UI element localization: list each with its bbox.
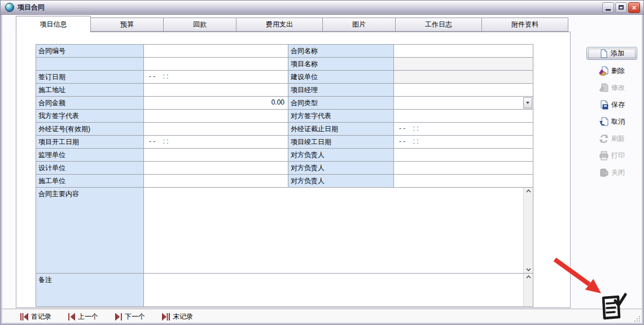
scroll-down-icon[interactable]	[526, 268, 531, 271]
label-foreign-permit-deadline: 外经证截止日期	[288, 123, 394, 136]
work-address-field[interactable]	[144, 84, 288, 97]
label-our-signer: 我方签字代表	[36, 110, 144, 123]
label-sign-date: 签订日期	[36, 71, 144, 84]
previous-record-button[interactable]: 上一个	[68, 312, 98, 322]
label-construction-company: 施工单位	[36, 175, 144, 188]
supervision-unit-field[interactable]	[144, 149, 288, 162]
contract-type-dropdown-button[interactable]	[523, 97, 532, 109]
label-other-principal-3: 对方负责人	[288, 175, 394, 188]
contract-amount-field[interactable]: 0.00	[144, 97, 288, 110]
action-panel: 添加 删除 修改 保存	[583, 47, 641, 179]
label-project-start-date: 项目开工日期	[36, 136, 144, 149]
first-record-icon	[20, 313, 28, 320]
construction-owner-field[interactable]	[394, 71, 533, 84]
contract-type-select[interactable]	[394, 97, 533, 110]
scroll-up-icon[interactable]	[526, 189, 531, 193]
scroll-up-icon[interactable]	[526, 275, 531, 279]
project-end-date-field[interactable]: - - : :	[394, 136, 533, 149]
app-window: 项目合同 × 项目信息 预算 回款 费用支出 图片 工作日志 附件资料 合同编号…	[0, 0, 644, 325]
minimize-icon	[606, 9, 611, 11]
close-form-button[interactable]: 关闭	[599, 166, 625, 179]
maximize-button[interactable]	[615, 2, 627, 13]
delete-button[interactable]: 删除	[599, 64, 625, 77]
contract-number-field[interactable]	[144, 45, 288, 58]
close-button[interactable]: ×	[628, 2, 640, 13]
last-record-button[interactable]: 末记录	[162, 312, 193, 322]
label-project-end-date: 项目竣工日期	[288, 136, 394, 149]
cancel-button[interactable]: 取消	[599, 115, 625, 128]
previous-record-icon	[68, 313, 75, 320]
label-contract-name: 合同名称	[288, 45, 394, 58]
sign-date-field[interactable]: - - : :	[144, 71, 288, 84]
refresh-icon	[599, 134, 609, 144]
resize-grip[interactable]	[634, 316, 640, 322]
window-frame-right	[642, 15, 643, 324]
label-project-name: 项目名称	[288, 58, 394, 71]
label-design-unit: 设计单位	[36, 162, 144, 175]
label-supervision-unit: 监理单位	[36, 149, 144, 162]
contract-name-field[interactable]	[394, 45, 533, 58]
label-work-address: 施工地址	[36, 84, 144, 97]
tab-attachments[interactable]: 附件资料	[482, 18, 568, 32]
design-unit-field[interactable]	[144, 162, 288, 175]
label-foreign-permit-no: 外经证号(有效期)	[36, 123, 144, 136]
other-principal-1-field[interactable]	[394, 149, 533, 162]
window-frame-bottom	[1, 323, 643, 324]
next-record-icon	[115, 313, 122, 320]
tab-pictures[interactable]: 图片	[323, 18, 396, 32]
print-button[interactable]: 打印	[599, 149, 625, 162]
project-start-date-field[interactable]: - - : :	[144, 136, 288, 149]
cancel-icon	[599, 117, 609, 127]
delete-icon	[599, 66, 609, 76]
main-content-textarea[interactable]	[144, 188, 533, 274]
annotation-arrow-icon	[549, 255, 606, 296]
refresh-button[interactable]: 刷新	[599, 132, 625, 145]
document-check-icon[interactable]	[598, 292, 627, 321]
minimize-button[interactable]	[602, 2, 614, 13]
foreign-permit-no-field[interactable]	[144, 123, 288, 136]
tab-strip: 项目信息 预算 回款 费用支出 图片 工作日志 附件资料	[16, 16, 568, 32]
other-signer-field[interactable]	[394, 110, 533, 123]
project-manager-field[interactable]	[394, 84, 533, 97]
label-construction-owner: 建设单位	[288, 71, 394, 84]
tab-budget[interactable]: 预算	[91, 18, 164, 32]
tab-work-log[interactable]: 工作日志	[396, 18, 482, 32]
contract-number-extra-field[interactable]	[144, 58, 288, 71]
main-content-scrollbar[interactable]	[523, 188, 533, 273]
other-principal-3-field[interactable]	[394, 175, 533, 188]
add-button[interactable]: 添加	[586, 47, 637, 60]
modify-icon	[599, 83, 609, 93]
tab-project-info[interactable]: 项目信息	[16, 16, 91, 32]
tab-payment[interactable]: 回款	[164, 18, 236, 32]
label-project-manager: 项目经理	[288, 84, 394, 97]
titlebar[interactable]: 项目合同 ×	[1, 1, 643, 15]
next-record-button[interactable]: 下一个	[115, 312, 145, 322]
label-other-principal-1: 对方负责人	[288, 149, 394, 162]
maximize-icon	[619, 5, 624, 10]
label-other-principal-2: 对方负责人	[288, 162, 394, 175]
close-form-icon	[599, 168, 609, 177]
other-principal-2-field[interactable]	[394, 162, 533, 175]
save-icon	[599, 100, 609, 110]
contract-form: 合同编号 合同名称 项目名称 签订日期 - - : : 建设单位 施工地址 项目…	[36, 44, 533, 307]
window-title: 项目合同	[17, 3, 45, 12]
last-record-icon	[162, 313, 170, 320]
label-blank	[36, 58, 144, 71]
construction-company-field[interactable]	[144, 175, 288, 188]
modify-button[interactable]: 修改	[599, 81, 625, 94]
remarks-scrollbar[interactable]	[523, 274, 533, 306]
add-document-icon	[599, 49, 608, 58]
chevron-down-icon	[526, 102, 529, 104]
foreign-permit-deadline-field[interactable]: - - : :	[394, 123, 533, 136]
label-contract-type: 合同类型	[288, 97, 394, 110]
our-signer-field[interactable]	[144, 110, 288, 123]
label-remarks: 备注	[36, 274, 144, 307]
project-name-field[interactable]	[394, 58, 533, 71]
print-icon	[599, 151, 609, 161]
first-record-button[interactable]: 首记录	[20, 312, 51, 322]
tab-expenses[interactable]: 费用支出	[236, 18, 323, 32]
label-contract-number: 合同编号	[36, 45, 144, 58]
save-button[interactable]: 保存	[599, 98, 625, 111]
window-frame-left	[1, 15, 2, 324]
remarks-textarea[interactable]	[144, 274, 533, 307]
